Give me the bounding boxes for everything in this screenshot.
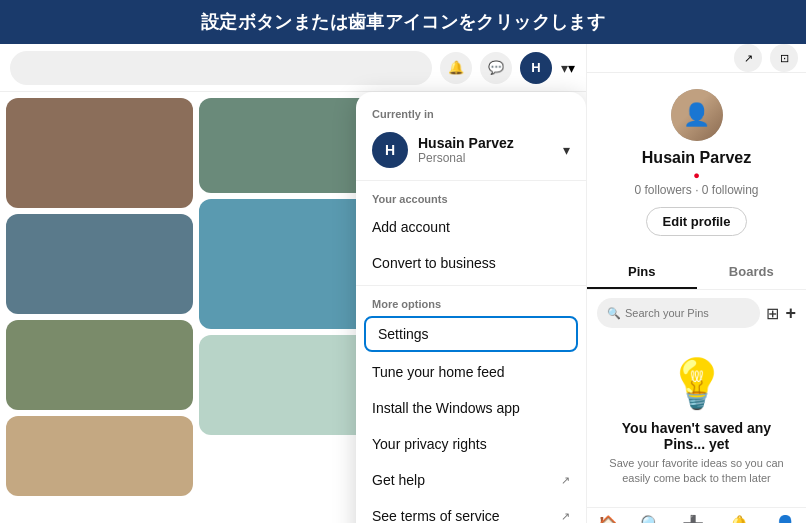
- profile-stats: 0 followers · 0 following: [634, 183, 758, 197]
- profile-badge: ●: [693, 169, 700, 181]
- currently-in-label: Currently in: [356, 100, 586, 124]
- empty-subtitle: Save your favorite ideas so you can easi…: [603, 456, 790, 487]
- current-account-section[interactable]: H Husain Parvez Personal ▾: [356, 124, 586, 176]
- profile-tabs: Pins Boards: [587, 256, 806, 290]
- lightbulb-icon: 💡: [667, 356, 727, 412]
- profile-name: Husain Parvez: [642, 149, 751, 167]
- chevron-down-icon[interactable]: ▾: [560, 52, 576, 84]
- your-accounts-label: Your accounts: [356, 185, 586, 209]
- add-pin-icon[interactable]: +: [785, 303, 796, 324]
- search-icon: 🔍: [640, 514, 662, 523]
- home-icon: 🏠: [597, 514, 619, 523]
- annotation-bar: 設定ボタンまたは歯車アイコンをクリックします: [0, 0, 806, 44]
- nav-create[interactable]: ➕ Create: [672, 508, 715, 523]
- masonry-col-1: [6, 98, 193, 517]
- notifications-icon: 🔔: [728, 514, 750, 523]
- share-icon[interactable]: ↗: [734, 44, 762, 72]
- account-type: Personal: [418, 151, 553, 165]
- tune-home-item[interactable]: Tune your home feed: [356, 354, 586, 390]
- saved-icon: 👤: [774, 514, 796, 523]
- install-app-item[interactable]: Install the Windows app: [356, 390, 586, 426]
- account-info: Husain Parvez Personal: [418, 135, 553, 165]
- edit-profile-button[interactable]: Edit profile: [646, 207, 748, 236]
- settings-item[interactable]: Settings: [364, 316, 578, 352]
- search-icon: 🔍: [607, 307, 621, 320]
- annotation-text: 設定ボタンまたは歯車アイコンをクリックします: [201, 10, 605, 34]
- avatar-image: 👤: [671, 89, 723, 141]
- add-account-item[interactable]: Add account: [356, 209, 586, 245]
- topbar-icons: H ▾: [440, 52, 576, 84]
- external-link-icon: ↗: [561, 510, 570, 523]
- main-content: H ▾ Currently: [0, 44, 806, 523]
- more-options-label: More options: [356, 290, 586, 314]
- pins-search-input[interactable]: 🔍 Search your Pins: [597, 298, 760, 328]
- tab-pins[interactable]: Pins: [587, 256, 697, 289]
- external-link-icon: ↗: [561, 474, 570, 487]
- terms-of-service-item[interactable]: See terms of service ↗: [356, 498, 586, 523]
- get-help-item[interactable]: Get help ↗: [356, 462, 586, 498]
- pinterest-topbar: H ▾: [0, 44, 586, 92]
- convert-to-business-item[interactable]: Convert to business: [356, 245, 586, 281]
- privacy-rights-item[interactable]: Your privacy rights: [356, 426, 586, 462]
- nav-saved[interactable]: 👤 Saved: [764, 508, 806, 523]
- bottom-nav: 🏠 Home 🔍 Search ➕ Create 🔔 Notifications…: [587, 507, 806, 523]
- account-avatar: H: [372, 132, 408, 168]
- chat-icon[interactable]: [480, 52, 512, 84]
- pin-card[interactable]: [6, 320, 193, 410]
- avatar: 👤: [671, 89, 723, 141]
- pins-toolbar: 🔍 Search your Pins ⊞ +: [587, 290, 806, 336]
- nav-search[interactable]: 🔍 Search: [630, 508, 673, 523]
- dropdown-menu: Currently in H Husain Parvez Personal ▾ …: [356, 92, 586, 523]
- empty-state: 💡 You haven't saved any Pins... yet Save…: [587, 336, 806, 507]
- pin-card[interactable]: [6, 98, 193, 208]
- nav-home[interactable]: 🏠 Home: [587, 508, 630, 523]
- account-chevron-icon: ▾: [563, 142, 570, 158]
- divider: [356, 180, 586, 181]
- create-icon: ➕: [682, 514, 704, 523]
- account-name: Husain Parvez: [418, 135, 553, 151]
- pin-card[interactable]: [6, 416, 193, 496]
- nav-notifications[interactable]: 🔔 Notifications: [715, 508, 764, 523]
- profile-panel: ↗ ⊡ 👤 Husain Parvez ● 0 followers · 0 fo…: [586, 44, 806, 523]
- profile-topbar: ↗ ⊡: [587, 44, 806, 73]
- camera-icon[interactable]: ⊡: [770, 44, 798, 72]
- pinterest-feed: H ▾ Currently: [0, 44, 586, 523]
- pin-card[interactable]: [6, 214, 193, 314]
- profile-body: 👤 Husain Parvez ● 0 followers · 0 follow…: [587, 73, 806, 256]
- empty-title: You haven't saved any Pins... yet: [603, 420, 790, 452]
- divider: [356, 285, 586, 286]
- grid-view-icon[interactable]: ⊞: [766, 304, 779, 323]
- tab-boards[interactable]: Boards: [697, 256, 807, 289]
- user-avatar-icon[interactable]: H: [520, 52, 552, 84]
- search-bar[interactable]: [10, 51, 432, 85]
- bell-icon[interactable]: [440, 52, 472, 84]
